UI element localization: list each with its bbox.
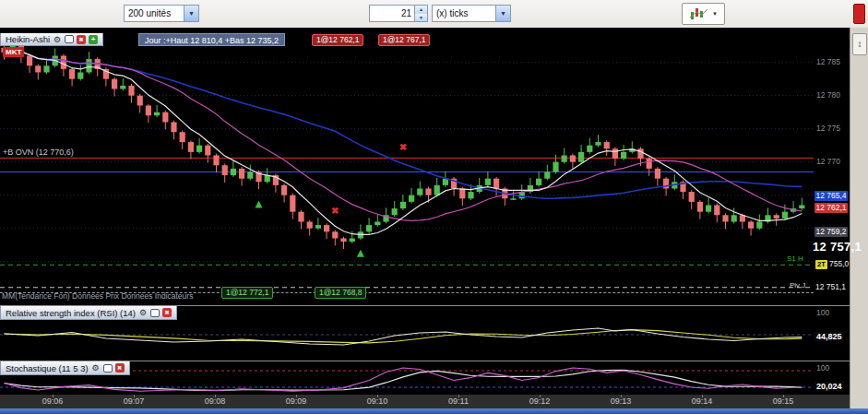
taskbar-strip xyxy=(0,408,868,414)
order-tag[interactable]: 1@12 767,1 xyxy=(378,34,430,46)
units-dropdown[interactable]: 200 unités ▼ xyxy=(124,5,199,22)
ticks-count-value: 21 xyxy=(370,8,414,18)
main-chart-plot[interactable]: ✖✖ xyxy=(0,33,814,293)
time-label: 09:13 xyxy=(605,396,636,406)
spin-up-icon[interactable]: ▲ xyxy=(415,6,427,14)
order-tag[interactable]: 1@12 768,8 xyxy=(315,287,366,299)
wrench-icon[interactable]: ⚙ xyxy=(138,308,148,317)
time-label: 09:07 xyxy=(118,396,149,406)
trading-app: 200 unités ▼ 21 ▲▼ (x) ticks ▼ ▼ ✖✖ Heik… xyxy=(0,0,868,414)
level-2t-value: 755,0 xyxy=(829,259,849,268)
svg-text:✖: ✖ xyxy=(331,206,339,216)
price-axis-label: 12 780 xyxy=(816,90,840,100)
rsi-value: 44,825 xyxy=(814,332,844,341)
spinner-buttons[interactable]: ▲▼ xyxy=(414,6,427,21)
price-tag: 12 759,2 xyxy=(814,227,848,237)
pivot-price-value: 12 751,1 xyxy=(815,282,846,291)
rsi-panel-title: Relative strength index (RSI) (14) xyxy=(6,308,136,318)
rsi-panel-header: Relative strength index (RSI) (14) ⚙ ✖ xyxy=(0,306,177,320)
price-tag: 12 765,4 xyxy=(814,191,848,201)
market-tag: MKT xyxy=(3,47,24,57)
spin-down-icon[interactable]: ▼ xyxy=(415,14,427,22)
last-price: 12 757,1 xyxy=(813,240,862,254)
level-2t-badge: 2T xyxy=(815,260,827,269)
ticks-type-dropdown[interactable]: (x) ticks ▼ xyxy=(432,5,511,22)
pivot-level-label: Piv J xyxy=(790,281,805,290)
bovn-line-label: +B OVN (12 770,6) xyxy=(3,148,74,157)
price-axis-label: 12 775 xyxy=(816,124,840,133)
panel-icon[interactable] xyxy=(150,309,160,317)
chart-style-button[interactable]: ▼ xyxy=(682,3,725,25)
stoch-panel-title: Stochastique (11 5 3) xyxy=(6,363,89,373)
close-icon[interactable]: ✖ xyxy=(162,308,172,317)
price-tag: 12 762,1 xyxy=(814,203,848,213)
chevron-down-icon[interactable]: ▼ xyxy=(495,6,510,21)
scrollbar-thumb-top[interactable] xyxy=(853,4,865,24)
time-label: 09:09 xyxy=(280,396,312,406)
time-label: 09:15 xyxy=(767,396,799,406)
stoch-value: 20,024 xyxy=(814,382,844,391)
units-dropdown-value: 200 unités xyxy=(125,8,184,18)
day-high-low-label: Jour :+Haut 12 810,4 +Bas 12 735,2 xyxy=(138,33,285,46)
stoch-panel-header: Stochastique (11 5 3) ⚙ ✖ xyxy=(0,361,130,375)
time-label: 09:06 xyxy=(37,396,68,406)
main-panel-title: Heikin-Ashi xyxy=(6,34,50,44)
panel-icon[interactable] xyxy=(103,364,113,373)
price-axis-label: 12 785 xyxy=(816,57,840,66)
close-icon[interactable]: ✖ xyxy=(77,35,86,44)
add-icon[interactable]: + xyxy=(89,35,98,44)
scroll-resize-icon[interactable]: ↕ xyxy=(852,33,867,55)
toolbar: 200 unités ▼ 21 ▲▼ (x) ticks ▼ ▼ xyxy=(0,0,868,29)
vertical-scrollbar[interactable]: ↕ xyxy=(850,28,868,408)
chevron-down-icon: ▼ xyxy=(712,11,718,17)
s1-level-label: S1 H xyxy=(787,254,803,263)
wrench-icon[interactable]: ⚙ xyxy=(53,35,62,44)
ticks-count-input[interactable]: 21 ▲▼ xyxy=(369,5,428,22)
svg-text:✖: ✖ xyxy=(399,142,407,152)
time-label: 09:12 xyxy=(524,396,555,406)
close-icon[interactable]: ✖ xyxy=(115,363,125,373)
stoch-scale-top: 100 xyxy=(816,363,829,373)
price-axis-label: 12 770 xyxy=(816,157,840,166)
order-tag[interactable]: 1@12 762,1 xyxy=(312,34,363,46)
panel-icon[interactable] xyxy=(65,35,74,43)
time-label: 09:08 xyxy=(199,396,231,406)
time-label: 09:11 xyxy=(443,396,474,406)
time-label: 09:10 xyxy=(362,396,393,406)
chart-type-icon xyxy=(689,6,709,21)
main-panel-header: Heikin-Ashi ⚙ ✖ + xyxy=(0,33,103,46)
indicator-legend: MM(Tendance Fon) Données Prix Données In… xyxy=(2,291,193,301)
time-axis: 09:0609:0709:0809:0909:1009:1109:1209:13… xyxy=(0,395,850,408)
rsi-scale-top: 100 xyxy=(816,308,829,317)
ticks-type-value: (x) ticks xyxy=(433,8,495,18)
order-tag[interactable]: 1@12 772,1 xyxy=(221,287,273,299)
time-label: 09:14 xyxy=(686,396,718,406)
chevron-down-icon[interactable]: ▼ xyxy=(184,6,198,21)
wrench-icon[interactable]: ⚙ xyxy=(91,363,101,373)
